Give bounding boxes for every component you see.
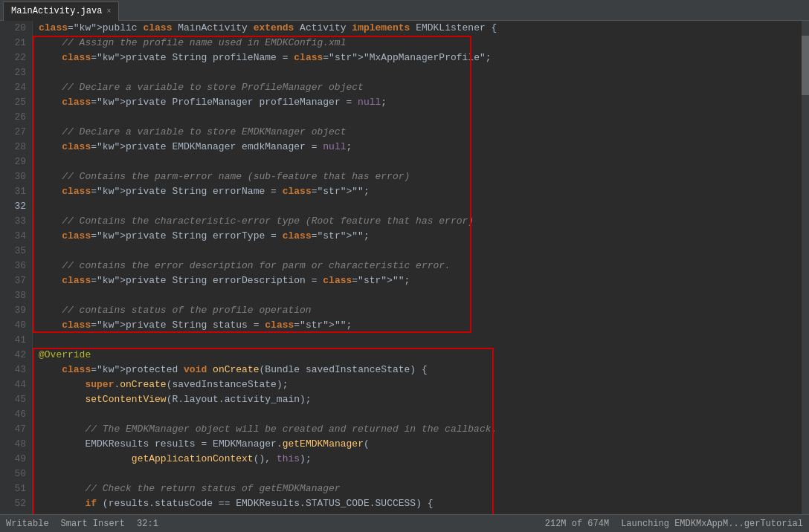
code-line [39, 467, 799, 481]
memory-label: 212M of 674M [545, 519, 609, 529]
code-line: // contains the error description for pa… [39, 259, 799, 273]
line-number: 29 [6, 155, 26, 169]
tab-close-icon[interactable]: × [106, 7, 111, 16]
code-line: // Assign the profile name used in EMDKC… [39, 36, 799, 51]
line-numbers: 2021222324252627282930313233343536373839… [0, 21, 33, 514]
line-number: 23 [6, 65, 26, 80]
line-number: 52 [6, 496, 26, 511]
active-tab[interactable]: MainActivity.java × [3, 1, 119, 21]
writable-label: Writable [6, 519, 49, 529]
line-number: 34 [6, 229, 26, 244]
scrollbar-thumb[interactable] [802, 36, 809, 95]
code-line: class="kw">private ProfileManager profil… [39, 95, 799, 110]
code-line: getApplicationContext(), this); [39, 452, 799, 467]
line-number: 30 [6, 169, 26, 184]
code-line: // Contains the parm-error name (sub-fea… [39, 169, 799, 184]
code-line: if (results.statusCode == EMDKResults.ST… [39, 496, 799, 511]
line-number: 37 [6, 273, 26, 288]
code-line: class="kw">private EMDKManager emdkManag… [39, 140, 799, 155]
status-memory: 212M of 674M [545, 519, 609, 529]
vertical-scrollbar[interactable] [802, 21, 809, 514]
code-line: class="kw">private String errorDescripti… [39, 273, 799, 288]
code-line [39, 288, 799, 303]
line-number: 53 [6, 511, 26, 514]
line-number: 39 [6, 303, 26, 318]
line-number: 31 [6, 184, 26, 199]
line-number: 35 [6, 244, 26, 259]
tab-filename: MainActivity.java [11, 6, 102, 16]
line-number: 25 [6, 95, 26, 110]
line-number: 38 [6, 288, 26, 303]
code-line: // Declare a variable to store ProfileMa… [39, 80, 799, 95]
line-number: 36 [6, 259, 26, 273]
line-number: 47 [6, 422, 26, 437]
code-line [39, 407, 799, 422]
line-number: 40 [6, 318, 26, 333]
line-number: 43 [6, 363, 26, 377]
line-number: 21 [6, 36, 26, 51]
status-position: 32:1 [137, 519, 158, 529]
line-number: 22 [6, 51, 26, 65]
code-area: 2021222324252627282930313233343536373839… [0, 21, 809, 514]
code-line [39, 511, 799, 514]
code-content[interactable]: class="kw">public class MainActivity ext… [33, 21, 802, 514]
code-line: // Declare a variable to store EMDKManag… [39, 125, 799, 140]
code-line: // contains status of the profile operat… [39, 303, 799, 318]
line-number: 27 [6, 125, 26, 140]
editor-container: MainActivity.java × 20212223242526272829… [0, 0, 809, 532]
code-line: class="kw">private String errorName = cl… [39, 184, 799, 199]
line-number: 20 [6, 21, 26, 36]
line-number: 48 [6, 437, 26, 452]
line-number: 28 [6, 140, 26, 155]
code-line: super.onCreate(savedInstanceState); [39, 377, 799, 392]
code-line [39, 199, 799, 214]
code-line: class="kw">public class MainActivity ext… [39, 21, 799, 36]
line-number: 33 [6, 214, 26, 229]
code-line: // The EMDKManager object will be create… [39, 422, 799, 437]
code-line: class="kw">private String errorType = cl… [39, 229, 799, 244]
line-number: 32 [6, 199, 26, 214]
code-line [39, 333, 799, 348]
code-line: class="kw">private String profileName = … [39, 51, 799, 65]
line-number: 42 [6, 348, 26, 363]
code-line [39, 65, 799, 80]
code-line: // Contains the characteristic-error typ… [39, 214, 799, 229]
status-right: 212M of 674M Launching EMDKMxAppM...gerT… [545, 519, 803, 529]
line-number: 45 [6, 392, 26, 407]
code-line: EMDKResults results = EMDKManager.getEMD… [39, 437, 799, 452]
status-task: Launching EMDKMxAppM...gerTutorial [621, 519, 803, 529]
smart-insert-label: Smart Insert [61, 519, 125, 529]
code-line [39, 110, 799, 125]
code-line: class="kw">protected void onCreate(Bundl… [39, 363, 799, 377]
status-smart-insert: Smart Insert [61, 519, 125, 529]
code-line: // Check the return status of getEMDKMan… [39, 481, 799, 496]
code-line: @Override [39, 348, 799, 363]
code-line: setContentView(R.layout.activity_main); [39, 392, 799, 407]
line-number: 46 [6, 407, 26, 422]
line-number: 50 [6, 467, 26, 481]
status-bar: Writable Smart Insert 32:1 212M of 674M … [0, 514, 809, 532]
line-number: 44 [6, 377, 26, 392]
line-number: 24 [6, 80, 26, 95]
status-writable: Writable [6, 519, 49, 529]
task-label: Launching EMDKMxAppM...gerTutorial [621, 519, 803, 529]
line-number: 49 [6, 452, 26, 467]
line-number: 51 [6, 481, 26, 496]
line-number: 26 [6, 110, 26, 125]
code-line: class="kw">private String status = class… [39, 318, 799, 333]
code-line [39, 155, 799, 169]
position-label: 32:1 [137, 519, 158, 529]
tab-bar: MainActivity.java × [0, 0, 809, 21]
line-number: 41 [6, 333, 26, 348]
code-line [39, 244, 799, 259]
